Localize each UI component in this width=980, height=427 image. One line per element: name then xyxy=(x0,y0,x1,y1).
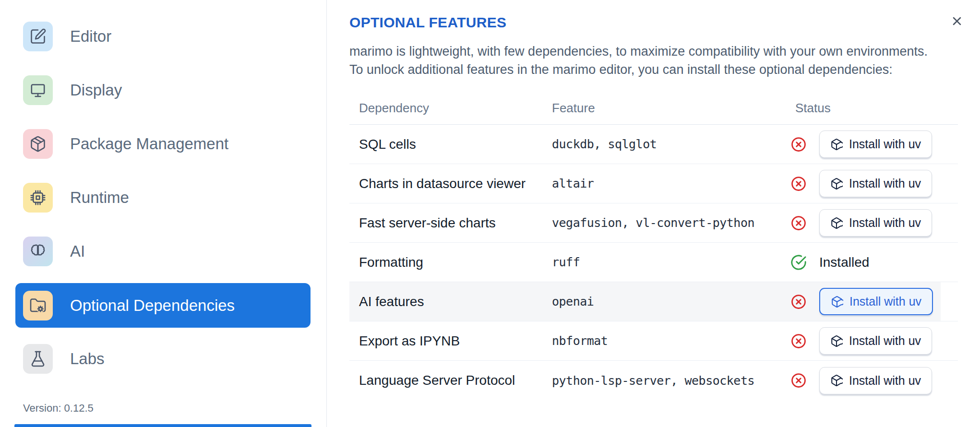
circle-x-icon xyxy=(790,372,807,389)
circle-x-icon xyxy=(790,294,807,310)
dependency-name: Export as IPYNB xyxy=(349,333,552,349)
circle-x-icon xyxy=(790,333,807,349)
install-with-uv-button[interactable]: Install with uv xyxy=(819,170,932,197)
table-row: SQL cells duckdb, sqlglot Install with u… xyxy=(349,125,958,164)
box-icon xyxy=(830,335,843,347)
sidebar-item-optional-dependencies[interactable]: Optional Dependencies xyxy=(15,283,311,328)
table-row: Fast server-side charts vegafusion, vl-c… xyxy=(349,203,958,243)
dependency-name: Fast server-side charts xyxy=(349,215,552,231)
install-with-uv-button[interactable]: Install with uv xyxy=(819,130,932,158)
dependency-feature: duckdb, sqlglot xyxy=(552,137,790,151)
dependency-name: Language Server Protocol xyxy=(349,373,552,388)
close-icon xyxy=(950,14,964,28)
sidebar-item-label: Package Management xyxy=(70,135,228,153)
circle-x-icon xyxy=(790,136,807,153)
table-row: AI features openai Install with uv xyxy=(349,282,958,321)
sidebar-bottom-accent xyxy=(14,424,311,427)
dependency-feature: ruff xyxy=(552,255,790,269)
dependency-feature: nbformat xyxy=(552,334,790,348)
install-with-uv-button[interactable]: Install with uv xyxy=(819,367,932,394)
sidebar-item-label: Display xyxy=(70,81,122,99)
close-button[interactable] xyxy=(947,12,967,31)
table-header: Dependency Feature Status xyxy=(349,98,958,125)
status-cell: Install with uv xyxy=(790,367,958,394)
dependency-feature: vegafusion, vl-convert-python xyxy=(552,216,790,230)
box-icon xyxy=(830,217,843,229)
sidebar-item-label: Editor xyxy=(70,27,111,46)
box-icon xyxy=(831,296,843,308)
description-line-1: marimo is lightweight, with few dependen… xyxy=(349,44,928,59)
status-cell: Installed xyxy=(790,254,958,271)
column-header-dependency: Dependency xyxy=(349,101,552,116)
optional-features-panel: OPTIONAL FEATURES marimo is lightweight,… xyxy=(327,0,980,427)
dependency-name: AI features xyxy=(349,294,552,309)
package-icon xyxy=(23,129,53,159)
install-with-uv-button[interactable]: Install with uv xyxy=(819,288,933,315)
panel-description: marimo is lightweight, with few dependen… xyxy=(349,42,958,79)
table-row: Language Server Protocol python-lsp-serv… xyxy=(349,361,958,400)
sidebar-item-editor[interactable]: Editor xyxy=(23,22,311,51)
status-cell: Install with uv xyxy=(790,170,958,197)
dependency-name: SQL cells xyxy=(349,137,552,152)
status-cell: Install with uv xyxy=(790,288,958,315)
dependency-feature: python-lsp-server, websockets xyxy=(552,374,790,388)
dependency-name: Charts in datasource viewer xyxy=(349,176,552,191)
box-icon xyxy=(830,374,843,387)
table-row: Charts in datasource viewer altair Insta… xyxy=(349,164,958,203)
installed-status-label: Installed xyxy=(819,255,869,270)
sidebar-item-label: Optional Dependencies xyxy=(70,297,235,315)
cpu-icon xyxy=(23,183,53,213)
flask-icon xyxy=(23,344,53,374)
status-cell: Install with uv xyxy=(790,327,958,355)
status-cell: Install with uv xyxy=(790,209,958,237)
dependency-feature: altair xyxy=(552,177,790,190)
table-row: Export as IPYNB nbformat Install with uv xyxy=(349,321,958,361)
status-cell: Install with uv xyxy=(790,130,958,158)
sidebar-item-ai[interactable]: AI xyxy=(23,237,311,266)
sidebar-item-labs[interactable]: Labs xyxy=(23,344,311,374)
box-icon xyxy=(830,138,843,151)
install-with-uv-button[interactable]: Install with uv xyxy=(819,327,932,355)
circle-check-icon xyxy=(790,254,807,271)
box-icon xyxy=(830,178,843,190)
sidebar: Editor Display Package Management Runtim… xyxy=(0,0,327,427)
circle-x-icon xyxy=(790,176,807,192)
settings-dialog: Editor Display Package Management Runtim… xyxy=(0,0,980,427)
brain-icon xyxy=(23,237,53,266)
sidebar-item-display[interactable]: Display xyxy=(23,75,311,105)
edit-icon xyxy=(23,22,53,51)
sidebar-item-package-management[interactable]: Package Management xyxy=(23,129,311,159)
column-header-status: Status xyxy=(790,101,958,116)
version-label: Version: 0.12.5 xyxy=(23,402,94,415)
table-row: Formatting ruff Installed xyxy=(349,243,958,282)
description-line-2: To unlock additional features in the mar… xyxy=(349,62,893,77)
page-title: OPTIONAL FEATURES xyxy=(349,14,958,31)
sidebar-item-label: Runtime xyxy=(70,189,129,207)
dependency-feature: openai xyxy=(552,295,790,308)
column-header-feature: Feature xyxy=(552,101,790,116)
dependencies-table: Dependency Feature Status SQL cells duck… xyxy=(349,98,958,400)
sidebar-item-runtime[interactable]: Runtime xyxy=(23,183,311,213)
sidebar-item-label: Labs xyxy=(70,350,105,368)
monitor-icon xyxy=(23,75,53,105)
sidebar-item-label: AI xyxy=(70,242,85,261)
folder-cog-icon xyxy=(23,291,53,320)
circle-x-icon xyxy=(790,215,807,231)
install-with-uv-button[interactable]: Install with uv xyxy=(819,209,932,237)
dependency-name: Formatting xyxy=(349,255,552,270)
